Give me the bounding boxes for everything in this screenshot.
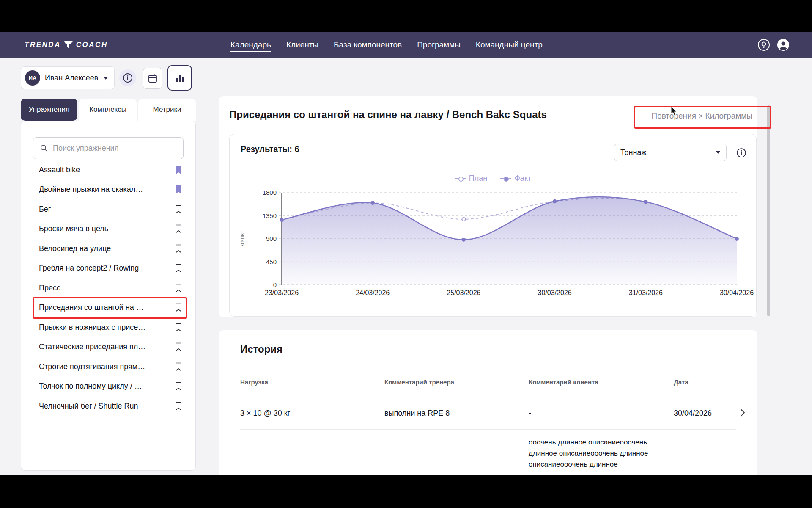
app-header: TRENDA COACH КалендарьКлиентыБаза компон… (0, 32, 812, 58)
nav-item-link[interactable]: Командный центр (476, 38, 543, 52)
results-count-label: Результаты: 6 (241, 144, 299, 154)
svg-text:900: 900 (266, 235, 277, 242)
exercise-label: Прыжки в ножницах с присе… (39, 323, 174, 332)
tab-exercises[interactable]: Упражнения (21, 99, 77, 121)
svg-text:31/03/2026: 31/03/2026 (629, 289, 663, 296)
calendar-view-button[interactable] (143, 68, 162, 89)
exercise-label: Толчок по полному циклу / … (39, 382, 174, 391)
calendar-icon (148, 73, 158, 83)
exercise-label: Броски мяча в цель (39, 224, 174, 233)
svg-text:1350: 1350 (263, 212, 277, 219)
bookmark-icon[interactable] (174, 165, 183, 175)
exercise-label: Приседания со штангой на … (39, 303, 174, 312)
brand-logo-icon (64, 41, 73, 49)
brand-logo-right: COACH (76, 41, 108, 49)
legend-item-plan[interactable]: План (455, 174, 487, 183)
history-column-header: Комментарий клиента (529, 378, 598, 386)
bookmark-icon[interactable] (174, 204, 183, 214)
tab-metrics[interactable]: Метрики (138, 99, 196, 121)
svg-text:25/03/2026: 25/03/2026 (447, 289, 480, 296)
brand-logo[interactable]: TRENDA COACH (25, 32, 108, 58)
exercise-label: Двойные прыжки на скакал… (39, 185, 174, 194)
results-panel: Результаты: 6 Тоннаж ПланФакт 0450900135… (229, 134, 757, 317)
nav-item-link[interactable]: База компонентов (334, 38, 402, 52)
exercise-list-item[interactable]: Бег (21, 199, 195, 219)
exercise-list-item[interactable]: Толчок по полному циклу / … (21, 377, 195, 397)
bookmark-icon[interactable] (174, 244, 183, 254)
bookmark-icon[interactable] (174, 401, 183, 411)
exercise-label: Велосипед на улице (39, 244, 174, 253)
stats-view-button[interactable] (167, 65, 192, 91)
exercise-panel: Assault bikeДвойные прыжки на скакал…Бег… (21, 121, 196, 471)
legend-item-fact[interactable]: Факт (500, 174, 531, 183)
tab-complexes[interactable]: Комплексы (79, 99, 137, 121)
results-chart: 045090013501800кг×пвт23/03/202624/03/202… (230, 184, 757, 311)
history-cell: - (529, 409, 531, 418)
metric-info-button[interactable] (735, 147, 747, 159)
metric-select[interactable]: Тоннаж (614, 144, 727, 161)
letterbox-top (0, 0, 812, 32)
exercise-title: Приседания со штангой на спине на лавку … (229, 109, 547, 121)
svg-text:0: 0 (273, 281, 277, 288)
history-cell: 3 × 10 @ 30 кг (240, 409, 290, 418)
exercise-list-item[interactable]: Челночный бег / Shuttle Run (21, 396, 195, 416)
exercise-list-item[interactable]: Велосипед на улице (21, 239, 195, 259)
chart-mode-label[interactable]: Повторения × Килограммы (651, 111, 752, 121)
exercise-list-item[interactable]: Пресс (21, 278, 195, 298)
history-title: История (240, 343, 283, 355)
header-icons (757, 32, 790, 58)
history-cell: выполни на RPE 8 (384, 409, 450, 418)
history-cell: 30/04/2026 (674, 409, 712, 418)
legend-marker (500, 178, 511, 179)
history-row-chevron-icon[interactable] (738, 407, 747, 420)
exercise-label: Бег (39, 205, 174, 214)
nav-item-link[interactable]: Программы (417, 38, 461, 52)
nav-item-active[interactable]: Календарь (230, 38, 271, 52)
exercise-list-item[interactable]: Гребля на concept2 / Rowing (21, 259, 195, 279)
bookmark-icon[interactable] (174, 362, 183, 372)
svg-text:кг×пвт: кг×пвт (239, 231, 245, 247)
client-selector[interactable]: ИА Иван Алексеев (21, 66, 115, 89)
bookmark-icon[interactable] (174, 381, 183, 391)
divider (240, 429, 736, 430)
content-area: ИА Иван Алексеев УпражненияКомплексыМетр… (0, 58, 812, 475)
bookmark-icon[interactable] (174, 283, 183, 293)
svg-text:23/03/2026: 23/03/2026 (265, 289, 299, 296)
info-icon (122, 72, 133, 83)
bookmark-icon[interactable] (174, 303, 183, 312)
history-column-header: Комментарий тренера (384, 378, 454, 386)
sidebar-tabs: УпражненияКомплексыМетрики (21, 99, 196, 121)
bookmark-icon[interactable] (174, 224, 183, 234)
svg-text:1800: 1800 (263, 189, 277, 196)
exercise-label: Строгие подтягивания прям… (39, 362, 174, 371)
user-avatar-icon[interactable] (776, 38, 790, 52)
exercise-list-item[interactable]: Броски мяча в цель (21, 219, 195, 239)
chart-legend: ПланФакт (230, 174, 756, 183)
exercise-list-item[interactable]: Статические приседания пл… (21, 337, 195, 357)
legend-label: Факт (514, 174, 531, 183)
nav-item-link[interactable]: Клиенты (286, 38, 318, 52)
exercise-list-item[interactable]: Прыжки в ножницах с присе… (21, 318, 195, 337)
search-box (33, 137, 184, 159)
legend-marker (455, 178, 466, 179)
help-lightbulb-icon[interactable] (757, 38, 771, 52)
exercise-label: Челночный бег / Shuttle Run (39, 402, 174, 411)
search-input[interactable] (33, 137, 184, 159)
svg-text:30/04/2026: 30/04/2026 (720, 289, 754, 296)
letterbox-bottom (0, 475, 812, 508)
page-scrollbar-thumb[interactable] (767, 105, 770, 316)
chevron-down-icon (103, 77, 108, 80)
exercise-list-item-selected[interactable]: Приседания со штангой на … (21, 298, 195, 318)
svg-text:30/03/2026: 30/03/2026 (538, 289, 572, 296)
client-info-button[interactable] (119, 69, 136, 86)
bookmark-icon[interactable] (174, 263, 183, 273)
exercise-list-item[interactable]: Двойные прыжки на скакал… (21, 180, 195, 200)
exercise-label: Гребля на concept2 / Rowing (39, 264, 174, 273)
exercise-list-item[interactable]: Assault bike (21, 160, 195, 180)
exercise-list-item[interactable]: Строгие подтягивания прям… (21, 357, 195, 377)
history-card: История НагрузкаКомментарий тренераКомме… (219, 330, 757, 500)
bookmark-icon[interactable] (174, 342, 183, 352)
bookmark-icon[interactable] (174, 185, 183, 194)
bookmark-icon[interactable] (174, 323, 183, 332)
exercise-list: Assault bikeДвойные прыжки на скакал…Бег… (21, 160, 195, 416)
